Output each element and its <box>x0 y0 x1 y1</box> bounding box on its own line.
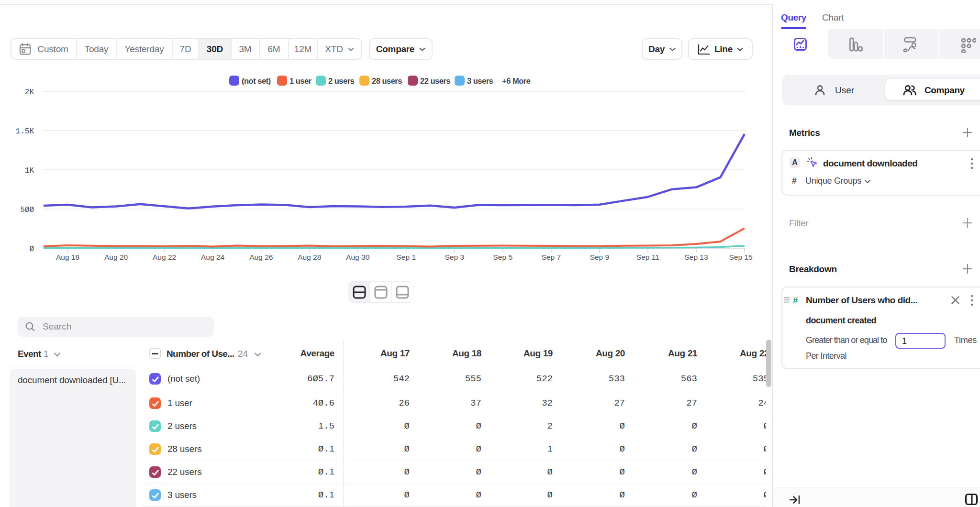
svg-text:2K: 2K <box>25 88 34 97</box>
svg-text:Aug 20: Aug 20 <box>104 253 128 261</box>
svg-text:Ø: Ø <box>29 245 34 254</box>
svg-text:Aug 30: Aug 30 <box>346 253 370 261</box>
svg-text:Aug 22: Aug 22 <box>153 253 176 261</box>
svg-text:5ØØ: 5ØØ <box>20 206 34 214</box>
svg-text:Sep 9: Sep 9 <box>590 253 610 261</box>
svg-text:Sep 15: Sep 15 <box>729 253 752 261</box>
svg-text:Sep 5: Sep 5 <box>493 253 513 261</box>
svg-text:Aug 28: Aug 28 <box>298 253 321 261</box>
svg-text:Sep 11: Sep 11 <box>636 253 659 261</box>
svg-text:1.5K: 1.5K <box>16 127 34 136</box>
svg-text:Sep 7: Sep 7 <box>542 253 561 261</box>
svg-text:Sep 1: Sep 1 <box>397 253 416 261</box>
svg-text:Aug 24: Aug 24 <box>201 253 225 261</box>
svg-text:Sep 13: Sep 13 <box>684 253 708 261</box>
svg-text:1K: 1K <box>25 166 34 175</box>
svg-text:Aug 18: Aug 18 <box>56 253 79 261</box>
svg-text:Sep 3: Sep 3 <box>445 253 465 261</box>
svg-text:Aug 26: Aug 26 <box>249 253 273 261</box>
